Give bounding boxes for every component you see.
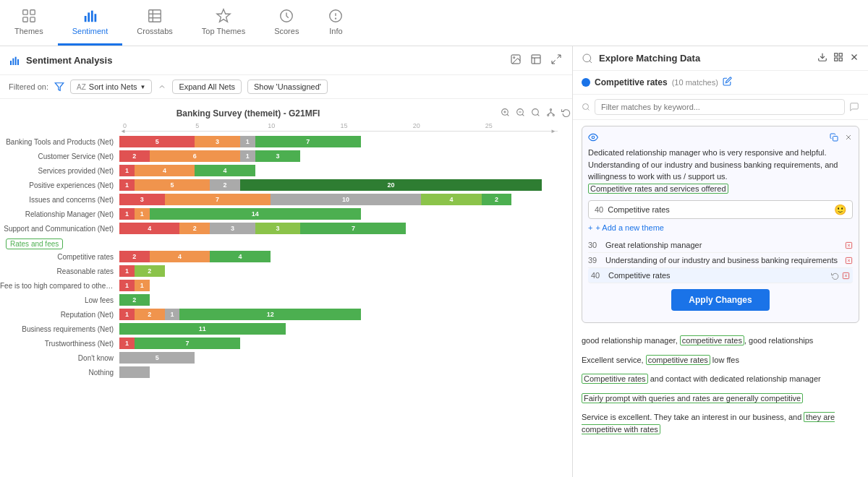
bar-container[interactable]: 1114 bbox=[119, 208, 572, 220]
table-icon[interactable] bbox=[529, 52, 543, 69]
chart-row: Nothing bbox=[0, 365, 572, 379]
match-edit-icon[interactable] bbox=[723, 77, 732, 88]
row-label: Issues and concerns (Net) bbox=[0, 196, 119, 204]
chart-row: Low fees2 bbox=[0, 293, 572, 307]
nav-scores[interactable]: Scores bbox=[260, 0, 313, 46]
bar-segment: 7 bbox=[165, 194, 271, 205]
explore-panel: Explore Matching Data Competitive rates … bbox=[573, 46, 868, 477]
fork-icon[interactable] bbox=[545, 106, 557, 121]
row-label: Business requirements (Net) bbox=[0, 325, 119, 333]
bar-segment: 3 bbox=[210, 223, 255, 234]
match-highlight-1: competitive rates bbox=[680, 335, 744, 345]
zoom-fit-icon[interactable] bbox=[529, 106, 542, 121]
svg-marker-12 bbox=[217, 9, 230, 22]
grid-icon[interactable] bbox=[833, 52, 843, 64]
bar-segment: 3 bbox=[195, 136, 240, 147]
row-label: Competitive rates bbox=[0, 253, 119, 261]
bar-container[interactable]: 11 bbox=[119, 323, 572, 335]
svg-rect-6 bbox=[90, 11, 93, 22]
bar-container[interactable]: 17 bbox=[119, 338, 572, 349]
chart-row: Competitive rates244 bbox=[0, 249, 572, 264]
bar-segment: 2 bbox=[119, 150, 150, 162]
delete-40-icon[interactable] bbox=[842, 272, 850, 280]
download-icon[interactable] bbox=[817, 52, 827, 64]
chart-row: Services provided (Net)144 bbox=[0, 163, 572, 178]
apply-changes-btn[interactable]: Apply Changes bbox=[671, 289, 769, 311]
panel-icons bbox=[509, 52, 563, 69]
expand-icon[interactable] bbox=[549, 52, 563, 69]
edit-box-header bbox=[588, 132, 853, 142]
quote-text: Dedicated relationship manager who is ve… bbox=[588, 147, 853, 194]
svg-rect-49 bbox=[835, 58, 838, 61]
right-icons bbox=[817, 52, 859, 64]
svg-rect-47 bbox=[835, 53, 838, 56]
nav-themes[interactable]: Themes bbox=[0, 0, 58, 46]
svg-point-22 bbox=[514, 57, 515, 59]
nav-info[interactable]: Info bbox=[313, 0, 358, 46]
bar-container[interactable]: 11 bbox=[119, 280, 572, 291]
bar-segment: 4 bbox=[150, 251, 210, 262]
bar-container[interactable]: 12 bbox=[119, 265, 572, 277]
image-icon[interactable] bbox=[509, 52, 523, 69]
nav-top-themes[interactable]: Top Themes bbox=[187, 0, 260, 46]
nav-crosstabs[interactable]: Crosstabs bbox=[122, 0, 187, 46]
bar-container[interactable] bbox=[119, 366, 572, 378]
edit-box: Dedicated relationship manager who is ve… bbox=[582, 126, 859, 323]
undo-40-icon[interactable] bbox=[831, 272, 839, 280]
bar-segment: 6 bbox=[150, 150, 240, 162]
theme-list: 30 Great relationship manager 39 Underst… bbox=[588, 238, 853, 283]
eye-icon bbox=[588, 132, 598, 142]
add-theme-btn[interactable]: + + Add a new theme bbox=[588, 223, 853, 232]
expand-all-btn[interactable]: Expand All Nets bbox=[172, 80, 242, 94]
row-label: Services provided (Net) bbox=[0, 167, 119, 175]
zoom-in-icon[interactable] bbox=[499, 106, 511, 121]
keyword-filter-input[interactable] bbox=[595, 99, 845, 115]
svg-rect-1 bbox=[30, 10, 35, 14]
theme-list-item-39: 39 Understanding of our industry and bus… bbox=[588, 253, 853, 268]
svg-line-45 bbox=[590, 61, 592, 63]
bar-segment: 2 bbox=[210, 179, 240, 191]
bar-container[interactable]: 15220 bbox=[119, 179, 572, 191]
bar-container[interactable]: 2613 bbox=[119, 150, 572, 162]
nav-sentiment[interactable]: Sentiment bbox=[58, 0, 123, 46]
bar-container[interactable]: 371042 bbox=[119, 194, 572, 205]
show-unassigned-btn[interactable]: Show 'Unassigned' bbox=[247, 80, 328, 94]
svg-point-55 bbox=[592, 136, 595, 139]
delete-39-icon[interactable] bbox=[845, 257, 853, 265]
filter-icon[interactable] bbox=[54, 82, 64, 92]
copy-icon[interactable] bbox=[830, 133, 838, 142]
chart-rows: Banking Tools and Products (Net)5317Cust… bbox=[0, 134, 572, 379]
sort-options-icon[interactable] bbox=[158, 82, 166, 91]
row-label: Low fees bbox=[0, 296, 119, 304]
bar-container[interactable]: 244 bbox=[119, 251, 572, 262]
svg-rect-23 bbox=[532, 55, 540, 64]
bar-segment: 1 bbox=[119, 208, 135, 220]
bar-container[interactable]: 144 bbox=[119, 165, 572, 176]
bar-segment: 11 bbox=[119, 323, 286, 335]
theme-list-item-40: 40 Competitive rates bbox=[588, 268, 853, 283]
delete-30-icon[interactable] bbox=[845, 241, 853, 249]
svg-point-16 bbox=[336, 18, 336, 19]
emoji-btn[interactable]: 🙂 bbox=[834, 204, 846, 215]
bar-container[interactable]: 5317 bbox=[119, 136, 572, 147]
bar-segment: 2 bbox=[482, 194, 512, 205]
row-label: Customer Service (Net) bbox=[0, 152, 119, 160]
bar-segment: 2 bbox=[179, 223, 210, 234]
filter-search-icon bbox=[582, 103, 590, 111]
bar-container[interactable]: 5 bbox=[119, 352, 572, 364]
close-icon[interactable] bbox=[849, 52, 859, 64]
svg-line-27 bbox=[552, 60, 556, 64]
matches-list: good relationship manager, competitive r… bbox=[573, 329, 868, 477]
bar-container[interactable]: 42337 bbox=[119, 223, 572, 234]
bar-container[interactable]: 2 bbox=[119, 294, 572, 306]
match-highlight-2: competitive rates bbox=[646, 355, 710, 365]
chart-row: Business requirements (Net)11 bbox=[0, 322, 572, 336]
zoom-out-icon[interactable] bbox=[514, 106, 527, 121]
bar-container[interactable]: 12112 bbox=[119, 309, 572, 320]
svg-line-26 bbox=[557, 55, 561, 59]
refresh-icon[interactable] bbox=[560, 106, 572, 121]
sort-dropdown[interactable]: AZ Sort into Nets ▼ bbox=[70, 80, 152, 94]
chart-row: Reputation (Net)12112 bbox=[0, 307, 572, 322]
bar-segment: 14 bbox=[150, 208, 361, 220]
close-edit-icon[interactable] bbox=[844, 133, 853, 142]
